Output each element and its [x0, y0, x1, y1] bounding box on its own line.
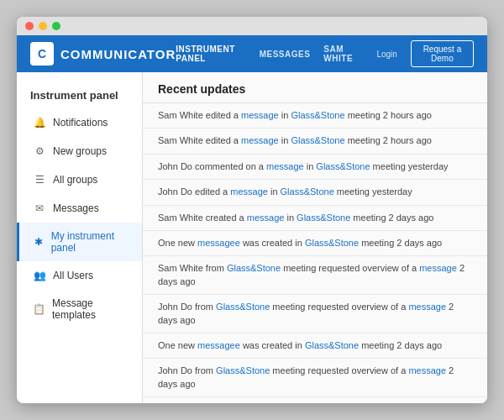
gear-icon: ⚙: [33, 144, 46, 158]
sidebar-label-messages: Messages: [53, 202, 99, 214]
list-item: Sam White created a message in Glass&Sto…: [143, 206, 487, 231]
users-icon: 👥: [33, 269, 46, 282]
logo-icon: C: [30, 42, 54, 66]
app-header: C COMMUNICATOR INSTRUMENT PANEL MESSAGES…: [17, 35, 487, 72]
list-item: John Do from Glass&Stone meeting request…: [143, 295, 487, 333]
nav-instrument-panel[interactable]: INSTRUMENT PANEL: [176, 45, 245, 63]
company-link[interactable]: Glass&Stone: [291, 135, 344, 145]
template-icon: 📋: [33, 302, 45, 316]
message-link[interactable]: messagee: [197, 340, 240, 350]
sidebar-item-new-groups[interactable]: ⚙ New groups: [17, 137, 142, 165]
list-icon: ☰: [33, 173, 46, 186]
mail-icon: ✉: [33, 202, 46, 215]
list-item: John Do from Glass&Stone meeting request…: [143, 359, 487, 397]
company-link[interactable]: Glass&Stone: [227, 263, 281, 273]
message-link[interactable]: message: [408, 365, 446, 375]
star-icon: ✱: [33, 235, 45, 249]
message-link[interactable]: message: [230, 186, 268, 197]
sidebar-item-all-users[interactable]: 👥 All Users: [17, 261, 142, 290]
section-title: Recent updates: [143, 72, 487, 103]
page-title: Instrument panel: [17, 79, 142, 108]
nav-messages[interactable]: MESSAGES: [260, 50, 311, 59]
company-link[interactable]: Glass&Stone: [291, 110, 344, 120]
sidebar-item-all-groups[interactable]: ☰ All groups: [17, 165, 142, 194]
sidebar-item-message-templates[interactable]: 📋 Message templates: [17, 290, 142, 328]
message-link[interactable]: message: [419, 263, 457, 273]
sidebar-label-message-templates: Message templates: [52, 297, 129, 321]
company-link[interactable]: Glass&Stone: [305, 238, 359, 248]
company-link[interactable]: Glass&Stone: [281, 186, 334, 197]
sidebar-item-notifications[interactable]: 🔔 Notifications: [17, 108, 142, 137]
sidebar-label-all-users: All Users: [53, 270, 93, 281]
sidebar-label-new-groups: New groups: [53, 145, 107, 157]
list-item: John Do edited a message in Glass&Stone …: [143, 180, 487, 205]
sidebar-item-instrument-panel[interactable]: ✱ My instrument panel: [17, 223, 142, 261]
demo-button[interactable]: Request a Demo: [411, 40, 474, 67]
list-item: One new messagee was created in Glass&St…: [143, 231, 487, 256]
company-link[interactable]: Glass&Stone: [216, 365, 270, 375]
message-link[interactable]: message: [408, 302, 446, 312]
list-item: John Do commented on a message in Glass&…: [143, 155, 487, 180]
app-title: COMMUNICATOR: [60, 47, 176, 61]
company-link[interactable]: Glass&Stone: [316, 161, 370, 171]
list-item: One new message was created in Glass&Sto…: [143, 397, 487, 403]
sidebar-item-messages[interactable]: ✉ Messages: [17, 194, 142, 223]
sidebar: Instrument panel 🔔 Notifications ⚙ New g…: [17, 72, 143, 403]
nav-user[interactable]: SAM WHITE: [323, 45, 363, 63]
close-button[interactable]: [25, 22, 34, 30]
company-link[interactable]: Glass&Stone: [216, 302, 270, 312]
sidebar-label-notifications: Notifications: [53, 117, 108, 129]
title-bar: [17, 17, 487, 35]
main-content: Recent updates Sam White edited a messag…: [143, 72, 487, 403]
header-nav: INSTRUMENT PANEL MESSAGES SAM WHITE Logi…: [176, 40, 474, 67]
sidebar-label-all-groups: All groups: [53, 174, 97, 186]
message-link[interactable]: message: [241, 110, 279, 120]
message-link[interactable]: messagee: [197, 238, 240, 248]
list-item: Sam White from Glass&Stone meeting reque…: [143, 256, 487, 295]
minimize-button[interactable]: [39, 22, 47, 30]
app-window: C COMMUNICATOR INSTRUMENT PANEL MESSAGES…: [17, 17, 487, 403]
content-area: Instrument panel 🔔 Notifications ⚙ New g…: [17, 72, 487, 403]
nav-login[interactable]: Login: [376, 50, 396, 59]
bell-icon: 🔔: [33, 116, 46, 129]
message-link[interactable]: message: [247, 213, 285, 223]
list-item: Sam White edited a message in Glass&Ston…: [143, 103, 487, 129]
logo-area: C COMMUNICATOR: [30, 42, 176, 66]
list-item: Sam White edited a message in Glass&Ston…: [143, 129, 487, 154]
message-link[interactable]: message: [241, 135, 279, 145]
company-link[interactable]: Glass&Stone: [305, 340, 359, 350]
message-link[interactable]: message: [266, 161, 304, 171]
company-link[interactable]: Glass&Stone: [297, 213, 350, 223]
list-item: One new messagee was created in Glass&St…: [143, 333, 487, 359]
logo-letter: C: [38, 47, 46, 60]
maximize-button[interactable]: [52, 22, 60, 30]
sidebar-label-instrument-panel: My instrument panel: [51, 230, 129, 254]
update-list: Sam White edited a message in Glass&Ston…: [143, 103, 487, 403]
